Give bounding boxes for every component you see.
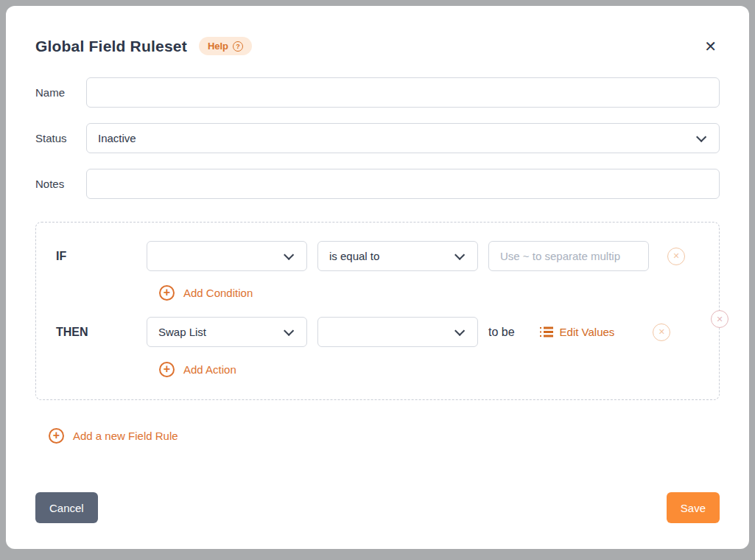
list-icon <box>540 326 553 337</box>
status-label: Status <box>35 132 86 144</box>
edit-values-label: Edit Values <box>560 326 615 338</box>
plus-circle-icon: + <box>159 362 175 377</box>
action-field-select[interactable] <box>317 317 478 347</box>
add-condition-label: Add Condition <box>183 287 253 299</box>
add-condition-row: + Add Condition <box>159 285 699 301</box>
action-row: THEN Swap List to be Edit Values <box>56 317 699 347</box>
add-field-rule-label: Add a new Field Rule <box>73 430 178 442</box>
chevron-down-icon <box>696 131 706 141</box>
chevron-down-icon <box>454 325 465 335</box>
notes-label: Notes <box>35 178 86 190</box>
to-be-label: to be <box>488 326 515 339</box>
add-action-row: + Add Action <box>159 362 699 377</box>
condition-field-select[interactable] <box>147 241 307 271</box>
global-field-ruleset-modal: Global Field Ruleset Help ? ✕ Name Statu… <box>6 6 749 549</box>
close-icon[interactable]: ✕ <box>701 38 720 55</box>
modal-header: Global Field Ruleset Help ? ✕ <box>35 37 720 55</box>
condition-operator-value: is equal to <box>329 250 454 262</box>
then-label: THEN <box>56 326 147 339</box>
action-type-select[interactable]: Swap List <box>147 317 307 347</box>
add-field-rule-button[interactable]: + Add a new Field Rule <box>49 428 178 444</box>
add-action-label: Add Action <box>183 363 236 376</box>
condition-row: IF is equal to ✕ <box>56 241 699 271</box>
status-select[interactable]: Inactive <box>86 123 720 153</box>
notes-input[interactable] <box>86 169 720 199</box>
plus-circle-icon: + <box>159 285 175 301</box>
add-condition-button[interactable]: + Add Condition <box>159 285 253 301</box>
name-label: Name <box>35 86 86 99</box>
status-row: Status Inactive <box>35 123 720 153</box>
notes-row: Notes <box>35 169 720 199</box>
save-button[interactable]: Save <box>667 492 720 523</box>
action-type-value: Swap List <box>158 326 284 338</box>
name-input[interactable] <box>86 77 720 108</box>
status-select-value: Inactive <box>98 132 696 144</box>
if-label: IF <box>56 250 147 263</box>
cancel-button[interactable]: Cancel <box>35 492 98 523</box>
edit-values-button[interactable]: Edit Values <box>540 326 615 338</box>
add-rule-row: + Add a new Field Rule <box>49 428 720 444</box>
chevron-down-icon <box>284 249 294 259</box>
name-row: Name <box>35 77 720 108</box>
condition-operator-select[interactable]: is equal to <box>317 241 478 271</box>
remove-condition-icon[interactable]: ✕ <box>667 248 685 265</box>
plus-circle-icon: + <box>49 428 64 444</box>
chevron-down-icon <box>454 249 465 259</box>
add-action-button[interactable]: + Add Action <box>159 362 236 377</box>
chevron-down-icon <box>284 325 294 335</box>
field-rule-box: IF is equal to ✕ + Add Condition THEN Sw… <box>35 222 720 400</box>
help-badge-label: Help <box>208 41 228 52</box>
remove-action-icon[interactable]: ✕ <box>653 323 670 341</box>
help-badge[interactable]: Help ? <box>199 37 252 55</box>
page-title: Global Field Ruleset <box>35 38 187 55</box>
modal-footer: Cancel Save <box>35 492 720 523</box>
help-question-icon: ? <box>233 41 243 52</box>
remove-rule-icon[interactable]: ✕ <box>711 310 728 328</box>
condition-value-input[interactable] <box>488 241 649 271</box>
